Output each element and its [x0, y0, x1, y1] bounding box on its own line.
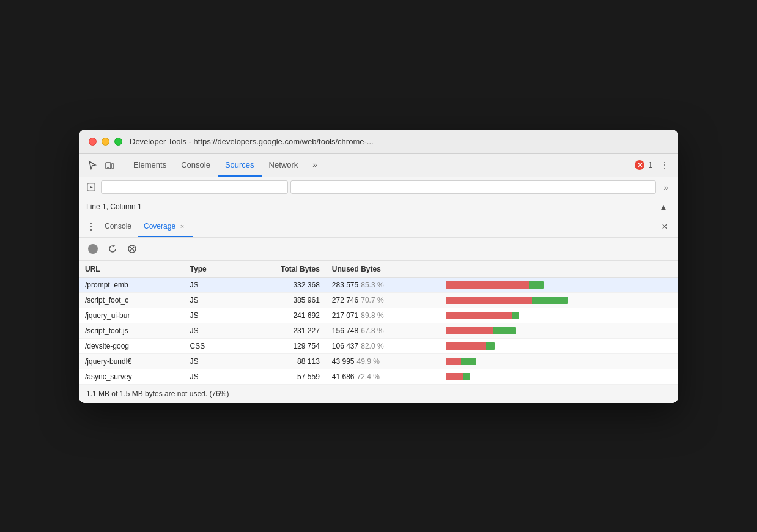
clear-icon	[127, 244, 137, 254]
cell-unused-bytes: 41 68672.4 %	[326, 369, 440, 384]
status-bar: Line 1, Column 1 ▲	[79, 198, 678, 216]
run-snippet-button[interactable]	[84, 180, 98, 194]
close-coverage-tab-button[interactable]: ×	[178, 222, 186, 231]
sources-toolbar: »	[79, 177, 678, 198]
reload-icon	[108, 244, 117, 254]
tab-console-drawer[interactable]: Console	[98, 216, 138, 237]
close-button[interactable]	[89, 138, 97, 146]
cell-unused-bytes: 106 43782.0 %	[326, 338, 440, 353]
cell-bar	[440, 323, 678, 338]
cell-total-bytes: 332 368	[235, 277, 326, 292]
table-header: URL Type Total Bytes Unused Bytes	[79, 261, 678, 278]
usage-bar	[446, 281, 568, 289]
used-bar-segment	[461, 358, 476, 365]
unused-bar-segment	[446, 327, 493, 334]
cell-unused-bytes: 217 07189.8 %	[326, 308, 440, 323]
device-toolbar-button[interactable]	[101, 157, 118, 174]
unused-bar-segment	[446, 342, 486, 350]
table-row[interactable]: /script_foot_cJS385 961272 74670.7 %	[79, 292, 678, 308]
more-source-options[interactable]: »	[659, 180, 673, 194]
error-count: 1	[648, 161, 652, 169]
tab-sources[interactable]: Sources	[218, 153, 262, 177]
tab-more[interactable]: »	[305, 153, 324, 177]
inspect-element-button[interactable]	[84, 157, 101, 174]
error-icon: ✕	[635, 160, 644, 170]
traffic-lights	[89, 138, 122, 146]
cell-url: /async_survey	[79, 369, 184, 384]
table-header-row: URL Type Total Bytes Unused Bytes	[79, 261, 678, 278]
close-panel-button[interactable]: ×	[656, 218, 673, 235]
unused-bar-segment	[446, 373, 463, 380]
cell-type: JS	[184, 308, 235, 323]
cell-bar	[440, 369, 678, 384]
usage-bar	[446, 373, 568, 380]
used-bar-segment	[532, 297, 568, 304]
cell-url: /devsite-goog	[79, 338, 184, 353]
col-total-bytes: Total Bytes	[235, 261, 326, 278]
cell-url: /jquery_ui-bur	[79, 308, 184, 323]
col-url: URL	[79, 261, 184, 278]
coverage-table: URL Type Total Bytes Unused Bytes /promp…	[79, 261, 678, 385]
cell-total-bytes: 385 961	[235, 292, 326, 308]
toggle-sidebar-button[interactable]: ▲	[656, 199, 671, 214]
table-row[interactable]: /jquery-bundl€JS88 11343 99549.9 %	[79, 353, 678, 369]
used-bar-segment	[493, 327, 516, 334]
coverage-panel: ⋮ Console Coverage × ×	[79, 216, 678, 403]
table-row[interactable]: /async_surveyJS57 55941 68672.4 %	[79, 369, 678, 384]
used-bar-segment	[529, 281, 544, 289]
maximize-button[interactable]	[114, 138, 122, 146]
tab-console[interactable]: Console	[174, 153, 218, 177]
usage-bar	[446, 297, 568, 304]
window-title: Developer Tools - https://developers.goo…	[130, 137, 374, 146]
panel-tab-menu-button[interactable]: ⋮	[84, 220, 98, 234]
usage-bar	[446, 312, 568, 319]
unused-bar-segment	[446, 358, 461, 365]
cursor-position: Line 1, Column 1	[86, 202, 142, 211]
reload-recording-button[interactable]	[105, 241, 120, 257]
cell-unused-bytes: 283 57585.3 %	[326, 277, 440, 292]
customize-devtools-button[interactable]: ⋮	[656, 157, 673, 174]
svg-rect-1	[111, 164, 114, 168]
used-bar-segment	[512, 312, 519, 319]
table-row[interactable]: /prompt_embJS332 368283 57585.3 %	[79, 277, 678, 292]
play-icon	[87, 183, 95, 191]
start-recording-button[interactable]	[85, 241, 101, 257]
cell-total-bytes: 57 559	[235, 369, 326, 384]
coverage-toolbar	[79, 238, 678, 261]
col-bar	[440, 261, 678, 278]
cell-url: /prompt_emb	[79, 277, 184, 292]
tab-network[interactable]: Network	[262, 153, 306, 177]
cell-type: JS	[184, 277, 235, 292]
cell-url: /script_foot.js	[79, 323, 184, 338]
cell-bar	[440, 353, 678, 369]
cell-url: /jquery-bundl€	[79, 353, 184, 369]
title-bar: Developer Tools - https://developers.goo…	[79, 130, 678, 154]
cell-bar	[440, 277, 678, 292]
usage-bar	[446, 358, 568, 365]
tab-separator	[122, 159, 122, 171]
source-search-input[interactable]	[101, 180, 288, 194]
table-row[interactable]: /script_foot.jsJS231 227156 74867.8 %	[79, 323, 678, 338]
tab-coverage[interactable]: Coverage ×	[138, 216, 193, 237]
clear-button[interactable]	[124, 241, 140, 257]
cell-url: /script_foot_c	[79, 292, 184, 308]
cell-unused-bytes: 156 74867.8 %	[326, 323, 440, 338]
minimize-button[interactable]	[102, 138, 109, 146]
cell-unused-bytes: 43 99549.9 %	[326, 353, 440, 369]
cell-bar	[440, 292, 678, 308]
table-row[interactable]: /devsite-googCSS129 754106 43782.0 %	[79, 338, 678, 353]
coverage-footer: 1.1 MB of 1.5 MB bytes are not used. (76…	[79, 385, 678, 403]
tab-elements[interactable]: Elements	[126, 153, 174, 177]
used-bar-segment	[463, 373, 470, 380]
cursor-icon	[87, 160, 97, 170]
cell-unused-bytes: 272 74670.7 %	[326, 292, 440, 308]
col-unused-bytes: Unused Bytes	[326, 261, 440, 278]
table-row[interactable]: /jquery_ui-burJS241 692217 07189.8 %	[79, 308, 678, 323]
coverage-summary: 1.1 MB of 1.5 MB bytes are not used. (76…	[86, 390, 229, 398]
record-icon	[88, 244, 98, 254]
devtools-tab-bar: Elements Console Sources Network » ✕ 1 ⋮	[79, 154, 678, 177]
cell-total-bytes: 241 692	[235, 308, 326, 323]
cell-type: JS	[184, 323, 235, 338]
source-filter-input[interactable]	[290, 180, 656, 194]
cell-total-bytes: 88 113	[235, 353, 326, 369]
